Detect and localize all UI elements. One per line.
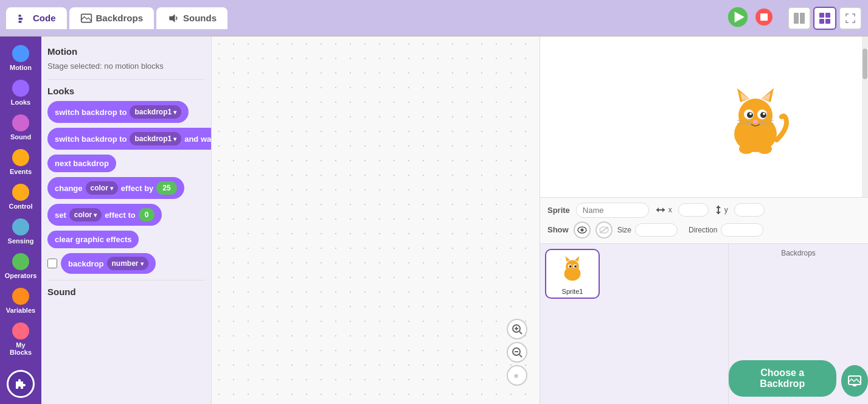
layout2-icon — [819, 12, 831, 24]
svg-rect-8 — [760, 13, 768, 21]
effect-value-2[interactable]: 0 — [139, 208, 155, 221]
sidebar-item-sensing[interactable]: Sensing — [2, 215, 40, 248]
fullscreen-icon — [844, 12, 856, 24]
backdrop-number-reporter[interactable]: backdrop number ▾ — [61, 253, 156, 274]
stage-scrollbar[interactable] — [862, 37, 868, 197]
dropdown-chevron-1: ▾ — [173, 109, 176, 116]
block-change-effect: change color ▾ effect by 25 — [47, 177, 205, 199]
sidebar-item-variables[interactable]: Variables — [2, 284, 40, 318]
zoom-reset-button[interactable]: = — [507, 365, 527, 386]
sprite-label: Sprite — [547, 206, 570, 215]
svg-marker-54 — [565, 256, 570, 261]
view-layout2-button[interactable] — [813, 7, 836, 30]
zoom-in-button[interactable] — [507, 319, 527, 340]
x-coord-input[interactable] — [678, 203, 709, 217]
green-flag-icon — [727, 6, 749, 28]
svg-rect-13 — [819, 19, 824, 24]
x-coord-icon — [655, 206, 666, 214]
svg-marker-4 — [169, 14, 175, 22]
sidebar-item-events[interactable]: Events — [2, 145, 40, 179]
tab-sounds[interactable]: Sounds — [156, 7, 227, 29]
sprite-thumb-sprite1[interactable]: Sprite1 — [545, 249, 600, 299]
sidebar-label-events: Events — [10, 168, 32, 175]
block-switch-backdrop-wait: switch backdrop to backdrop1 ▾ and wait — [47, 128, 205, 150]
looks-title: Looks — [47, 86, 205, 96]
block-next-backdrop: next backdrop — [47, 155, 205, 172]
choose-backdrop-button[interactable]: Choose a Backdrop — [729, 360, 836, 397]
effect-dropdown-2[interactable]: color ▾ — [69, 208, 102, 221]
direction-row: Direction — [689, 223, 763, 237]
code-area[interactable]: = — [212, 37, 540, 404]
stage-panel: Sprite x y — [540, 37, 868, 404]
switch-backdrop-wait-block[interactable]: switch backdrop to backdrop1 ▾ and wait — [47, 128, 212, 150]
code-icon — [17, 12, 29, 24]
view-fullscreen-button[interactable] — [839, 7, 862, 30]
effect-dropdown-1[interactable]: color ▾ — [86, 181, 118, 195]
switch-backdrop-block[interactable]: switch backdrop to backdrop1 ▾ — [47, 101, 189, 123]
scratch-cat — [716, 85, 795, 164]
tab-backdrops[interactable]: Backdrops — [69, 7, 155, 29]
sidebar-item-myblocks[interactable]: My Blocks — [2, 319, 40, 360]
sidebar-item-looks[interactable]: Looks — [2, 76, 40, 110]
svg-point-41 — [757, 144, 772, 154]
backdrop-number-checkbox[interactable] — [47, 259, 57, 268]
svg-marker-43 — [662, 207, 665, 212]
svg-rect-1 — [19, 18, 23, 19]
svg-text:=: = — [514, 372, 518, 380]
block-set-effect: set color ▾ effect to 0 — [47, 204, 205, 226]
sidebar-label-operators: Operators — [5, 272, 37, 279]
sidebar-item-motion[interactable]: Motion — [2, 41, 40, 75]
sidebar-item-control[interactable]: Control — [2, 180, 40, 214]
y-coord-icon — [715, 204, 722, 215]
sidebar-item-operators[interactable]: Operators — [2, 249, 40, 283]
tab-code[interactable]: Code — [6, 7, 67, 29]
set-effect-block[interactable]: set color ▾ effect to 0 — [47, 204, 162, 226]
sprite-info-bar: Sprite x y — [540, 198, 868, 244]
clear-graphic-effects-block[interactable]: clear graphic effects — [47, 231, 139, 248]
direction-input[interactable] — [721, 223, 763, 237]
sprite1-name: Sprite1 — [562, 288, 583, 295]
operators-dot — [12, 253, 29, 270]
sounds-icon-tab — [167, 12, 179, 24]
zoom-reset-icon: = — [512, 370, 523, 381]
sprites-list-area: Sprite1 Backdrops Choose a Backdrop — [540, 244, 868, 405]
next-backdrop-block[interactable]: next backdrop — [47, 155, 116, 172]
block-switch-backdrop: switch backdrop to backdrop1 ▾ — [47, 101, 205, 123]
svg-marker-46 — [716, 206, 721, 208]
sidebar-label-sound: Sound — [10, 133, 31, 141]
motion-subtitle: Stage selected: no motion blocks — [47, 61, 205, 71]
y-coord-input[interactable] — [734, 203, 765, 217]
motion-dot — [12, 45, 29, 62]
zoom-out-button[interactable] — [507, 342, 527, 363]
view-layout1-button[interactable] — [788, 7, 811, 30]
sidebar: Motion Looks Sound Events Control Sensin… — [0, 37, 41, 404]
backdrop-number-dropdown[interactable]: number ▾ — [107, 257, 148, 270]
svg-rect-9 — [794, 13, 799, 24]
svg-rect-0 — [19, 15, 21, 16]
svg-rect-12 — [825, 13, 830, 18]
show-hidden-button[interactable] — [595, 221, 613, 239]
show-visible-button[interactable] — [574, 221, 591, 239]
svg-point-40 — [739, 144, 754, 154]
size-input[interactable] — [635, 223, 678, 237]
green-flag-button[interactable] — [727, 6, 749, 30]
svg-point-60 — [571, 268, 573, 269]
sidebar-label-sensing: Sensing — [8, 237, 34, 245]
main-layout: Motion Looks Sound Events Control Sensin… — [0, 37, 868, 404]
sound-dot — [12, 114, 29, 131]
size-row: Size — [617, 223, 678, 237]
control-buttons — [727, 6, 773, 30]
sidebar-bottom — [7, 370, 35, 398]
sprite-name-input[interactable] — [576, 203, 649, 218]
stop-button[interactable] — [755, 8, 773, 28]
add-extension-button[interactable] — [7, 370, 35, 398]
motion-title: Motion — [47, 46, 205, 57]
backdrop-dropdown-1[interactable]: backdrop1 ▾ — [130, 105, 181, 119]
effect-value-1[interactable]: 25 — [156, 181, 176, 195]
choose-backdrop-icon-button[interactable] — [841, 365, 868, 397]
sidebar-item-sound[interactable]: Sound — [2, 111, 40, 144]
change-effect-block[interactable]: change color ▾ effect by 25 — [47, 177, 184, 199]
svg-point-34 — [763, 113, 765, 115]
backdrop-dropdown-2[interactable]: backdrop1 ▾ — [130, 132, 181, 145]
sprite1-thumbnail — [557, 255, 588, 285]
